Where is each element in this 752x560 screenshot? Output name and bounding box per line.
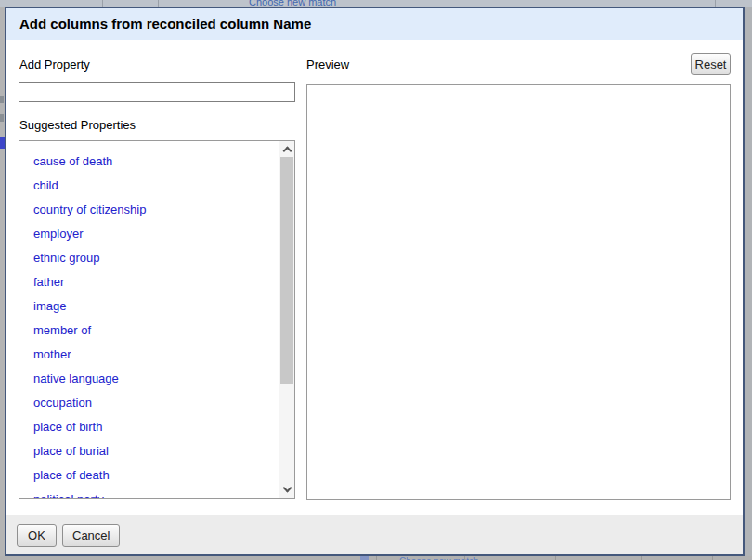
chevron-down-icon xyxy=(282,484,292,493)
background-column-divider xyxy=(641,556,642,560)
background-column-divider xyxy=(555,556,556,560)
background-link-fragment: Choose new match xyxy=(399,556,479,560)
suggested-property-link[interactable]: cause of death xyxy=(19,150,294,174)
background-column-divider xyxy=(715,0,716,7)
suggested-property-link[interactable]: employer xyxy=(19,222,294,246)
scroll-down-button[interactable] xyxy=(279,482,294,498)
background-text-fragment xyxy=(0,114,4,122)
suggested-property-link[interactable]: ethnic group xyxy=(19,246,294,270)
ok-button[interactable]: OK xyxy=(17,524,57,547)
background-choose-new-match-link: Choose new match xyxy=(249,0,336,7)
background-text-fragment xyxy=(0,96,4,103)
suggested-property-link[interactable]: member of xyxy=(19,319,294,343)
suggested-property-link[interactable]: place of birth xyxy=(19,415,294,439)
background-column-divider xyxy=(214,0,214,7)
suggested-property-link[interactable]: political party xyxy=(19,488,294,499)
background-column-divider xyxy=(712,556,713,560)
scroll-up-button[interactable] xyxy=(279,141,294,157)
suggested-property-link[interactable]: father xyxy=(19,270,294,294)
suggested-properties-label: Suggested Properties xyxy=(19,118,136,132)
suggested-property-link[interactable]: place of burial xyxy=(19,439,294,463)
dialog-body: Add Property Suggested Properties cause … xyxy=(6,40,743,515)
list-scrollbar[interactable] xyxy=(279,141,294,498)
background-table-top: Choose new match xyxy=(0,0,752,7)
suggested-property-link[interactable]: place of death xyxy=(19,463,294,488)
cancel-button[interactable]: Cancel xyxy=(62,524,120,547)
preview-label: Preview xyxy=(306,58,349,72)
reset-button[interactable]: Reset xyxy=(691,53,731,75)
background-column-accent xyxy=(360,556,369,560)
background-column-divider xyxy=(464,556,465,560)
preview-pane xyxy=(306,84,731,500)
suggested-property-link[interactable]: country of citizenship xyxy=(19,198,294,222)
suggested-properties-items: cause of deathchildcountry of citizenshi… xyxy=(19,141,294,499)
suggested-properties-list: cause of deathchildcountry of citizenshi… xyxy=(19,140,295,499)
background-table-bottom: Choose new match xyxy=(0,556,752,560)
background-column-divider xyxy=(102,0,103,7)
suggested-property-link[interactable]: mother xyxy=(19,343,294,367)
suggested-property-link[interactable]: image xyxy=(19,294,294,319)
background-table-right xyxy=(745,7,752,556)
add-columns-dialog: Add columns from reconciled column Name … xyxy=(5,7,745,556)
add-property-label: Add Property xyxy=(19,58,90,72)
suggested-property-link[interactable]: native language xyxy=(19,367,294,391)
background-column-divider xyxy=(158,0,159,7)
chevron-up-icon xyxy=(282,147,292,156)
suggested-property-link[interactable]: occupation xyxy=(19,391,294,415)
scrollbar-thumb[interactable] xyxy=(280,157,293,384)
suggested-property-link[interactable]: child xyxy=(19,174,294,198)
background-column-divider xyxy=(376,556,377,560)
dialog-footer: OK Cancel xyxy=(6,515,743,554)
add-property-input[interactable] xyxy=(19,82,295,102)
dialog-title: Add columns from reconciled column Name xyxy=(6,8,743,40)
